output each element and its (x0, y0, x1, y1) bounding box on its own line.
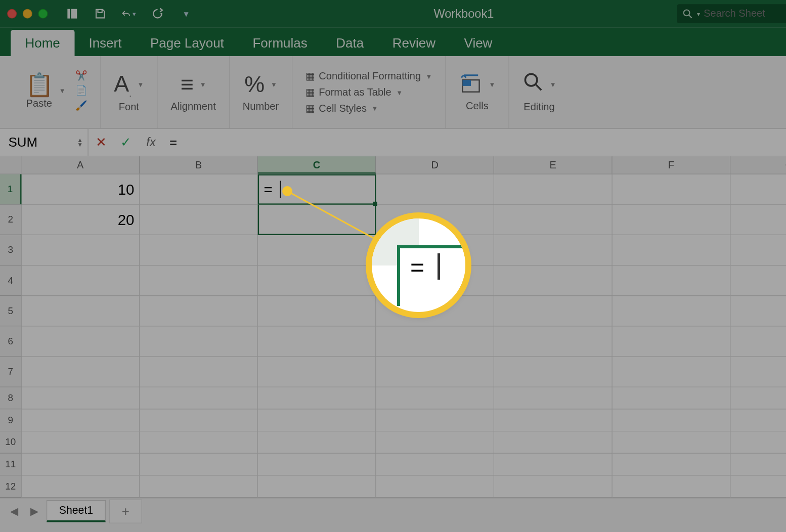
callout-anchor-icon (282, 186, 292, 196)
magnifier-callout: = (372, 218, 465, 312)
